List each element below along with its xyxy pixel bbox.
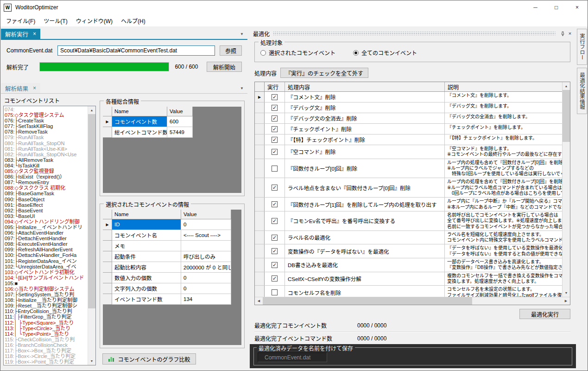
list-item[interactable]: 084:└IsTaskKill — [5, 163, 88, 168]
grid-cell[interactable] — [181, 241, 231, 251]
side-tab[interactable]: 最適化結果情報 — [577, 68, 587, 115]
grid-cell[interactable]: 0 — [181, 219, 231, 230]
list-item[interactable]: 119:├Box<->Point_当たり判定 — [5, 359, 88, 365]
grid-cell[interactable]: 0 — [181, 283, 231, 294]
start-analysis-button[interactable]: 解析開始 — [207, 62, 242, 72]
list-item[interactable]: 082:├RunAllTask_StopON<Use — [5, 152, 88, 157]
list-item[interactable]: 081:├RunAllTask<Use-Kill> — [5, 146, 88, 152]
grid-cell[interactable]: 数値入力の個数 — [112, 273, 181, 283]
option-row-selector[interactable] — [255, 102, 265, 113]
list-item[interactable]: 098:├ExecuteEventHandler — [5, 241, 88, 247]
option-check-cell[interactable] — [265, 159, 285, 178]
grid-cell[interactable]: メモ — [112, 241, 181, 251]
list-item[interactable]: 076:├CreateTask — [5, 118, 88, 123]
option-row-selector[interactable] — [255, 211, 265, 230]
list-item[interactable]: 103:◇イベントハンドラ初期化 — [5, 269, 88, 275]
run-optimize-button[interactable]: 最適化実行 — [519, 309, 570, 319]
grid-cell[interactable]: <---- Scout ----> — [181, 230, 231, 241]
list-item[interactable]: 087:└RemoveEntry — [5, 179, 88, 185]
tab-analysis-result[interactable]: 解析結果 × — [1, 83, 40, 93]
list-item[interactable]: 079:├RunAllTask — [5, 134, 88, 140]
grid-cell[interactable]: 総イベントコマンド数 — [112, 127, 167, 138]
option-check-cell[interactable]: ✓ — [265, 124, 285, 134]
minimize-button[interactable]: ─ — [525, 0, 546, 14]
grid-cell[interactable]: コモンイベント名 — [112, 230, 181, 241]
maximize-button[interactable]: □ — [546, 0, 567, 14]
grid-row-selector[interactable]: ▶ — [103, 219, 112, 230]
option-row-selector[interactable] — [255, 145, 265, 159]
list-item[interactable]: 090:├BaseObject — [5, 197, 88, 202]
option-row-selector[interactable]: ▶ — [255, 92, 265, 102]
tab-close-icon[interactable]: × — [33, 31, 36, 37]
option-row-selector[interactable] — [255, 231, 265, 244]
grid-cell[interactable]: 0 — [181, 273, 231, 283]
list-item[interactable]: 107:├SettingSystem_当たり判 — [5, 292, 88, 297]
graph-compare-button[interactable]: コモンイベントのグラフ比較 — [102, 353, 196, 365]
list-item[interactable]: 092:├BaseEvent — [5, 208, 88, 213]
list-item[interactable]: 105:■ — [5, 281, 88, 286]
list-item[interactable]: 077:├SetTaskKillFlag — [5, 123, 88, 129]
list-item[interactable]: 100:├DettachEvHandler_ForHa — [5, 252, 88, 258]
list-item[interactable]: 094:◇イベントハンドリング制御 — [5, 219, 88, 224]
option-row-selector[interactable] — [255, 159, 265, 178]
grid-cell[interactable]: 2000000 が 0 と同じ — [181, 262, 231, 273]
list-item[interactable]: 099:├RefreshAllHandlerEvent — [5, 247, 88, 252]
grid-cell[interactable]: 起動条件 — [112, 251, 181, 262]
grid-cell[interactable]: 呼び出しのみ — [181, 251, 231, 262]
scrollbar-thumb[interactable] — [88, 114, 95, 308]
option-row-selector[interactable] — [255, 244, 265, 258]
option-check-cell[interactable]: ✓ — [265, 211, 285, 230]
grid-row-selector[interactable] — [103, 241, 112, 251]
list-item[interactable]: 104:└[EH]サンプルイベントハンド — [5, 275, 88, 281]
list-item[interactable]: 089:├BaseGameTask — [5, 191, 88, 196]
menu-item[interactable]: ウィンドウ(W) — [72, 14, 117, 27]
tab-list-dropdown-icon[interactable]: ▼ — [236, 32, 247, 36]
radio-option[interactable]: 全てのコモンイベント — [353, 49, 417, 57]
scrollbar-track[interactable] — [88, 114, 95, 357]
scrollbar-thumb[interactable] — [563, 90, 570, 142]
option-row-selector[interactable] — [255, 198, 265, 211]
grid-cell[interactable]: イベントコマンド数 — [112, 294, 181, 305]
option-check-cell[interactable]: ✓ — [265, 145, 285, 159]
option-check-cell[interactable] — [265, 286, 285, 297]
option-check-cell[interactable]: ✓ — [265, 198, 285, 211]
scroll-up-icon[interactable]: ▲ — [563, 82, 570, 90]
common-event-listbox[interactable]: 074:075:◇タスク管理システム076:├CreateTask077:├Se… — [3, 106, 96, 365]
file-path-input[interactable] — [57, 45, 215, 56]
list-item[interactable]: 078:├RemoveTask — [5, 129, 88, 134]
list-item[interactable]: 101:├RegisterDataArea_イベン — [5, 258, 88, 264]
grid-row-selector[interactable] — [103, 294, 112, 305]
close-button[interactable]: × — [567, 0, 588, 14]
option-check-cell[interactable]: ✓ — [265, 272, 285, 286]
options-vertical-scrollbar[interactable]: ▲ ▼ — [562, 82, 570, 297]
option-row-selector[interactable] — [255, 258, 265, 272]
list-item[interactable]: 102:└UnregisterDataArea_イベ — [5, 264, 88, 269]
option-row-selector[interactable] — [255, 178, 265, 197]
list-item[interactable]: 115:├CheckCollision_当たり判 — [5, 337, 88, 342]
list-item[interactable]: 117:├Box<->Box_当たり判定 — [5, 348, 88, 353]
option-row-selector[interactable] — [255, 124, 265, 134]
list-item[interactable]: 088:◇タスククラス 初期化 — [5, 185, 88, 191]
list-item[interactable]: 118:├Box<->Circle_当たり判定 — [5, 353, 88, 359]
grid-row-selector[interactable] — [103, 273, 112, 283]
list-item[interactable]: 093:└BaseUI — [5, 213, 88, 219]
list-scrollbar[interactable]: ▲ ▼ — [88, 106, 95, 365]
grid-cell[interactable]: 600 — [167, 116, 193, 127]
option-check-cell[interactable]: ✓ — [265, 244, 285, 258]
scrollbar-track[interactable] — [563, 90, 570, 289]
option-check-cell[interactable]: ✓ — [265, 92, 285, 102]
scroll-down-icon[interactable]: ▼ — [563, 289, 570, 297]
list-item[interactable]: 083:├AllRemoveTask — [5, 157, 88, 163]
option-check-cell[interactable]: ✓ — [265, 134, 285, 145]
option-row-selector[interactable] — [255, 134, 265, 145]
radio-option[interactable]: 選択されたコモンイベント — [260, 49, 335, 57]
option-check-cell[interactable]: ✓ — [265, 231, 285, 244]
close-icon[interactable]: × — [566, 30, 574, 37]
menu-item[interactable]: ヘルプ(H) — [117, 14, 150, 27]
list-item[interactable]: 112:│ ├Type<Square>_当たり — [5, 320, 88, 326]
grid-cell[interactable]: 57449 — [167, 127, 193, 138]
grid-cell[interactable]: ID — [112, 219, 181, 230]
grid-cell[interactable]: 起動比較内容 — [112, 262, 181, 273]
grid-row-selector[interactable] — [103, 127, 112, 138]
option-check-cell[interactable]: ✓ — [265, 258, 285, 272]
